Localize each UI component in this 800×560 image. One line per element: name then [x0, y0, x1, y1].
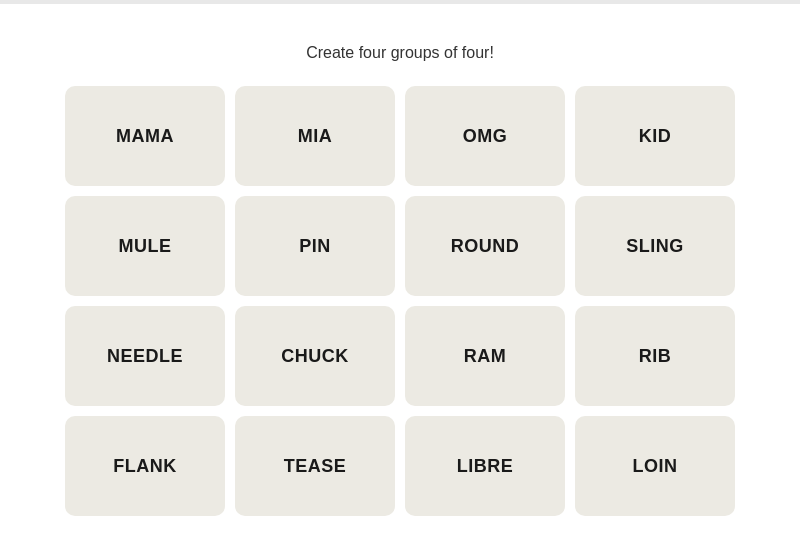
word-tile[interactable]: MULE — [65, 196, 225, 296]
word-tile[interactable]: SLING — [575, 196, 735, 296]
word-tile[interactable]: ROUND — [405, 196, 565, 296]
word-tile[interactable]: RIB — [575, 306, 735, 406]
word-tile[interactable]: TEASE — [235, 416, 395, 516]
subtitle-text: Create four groups of four! — [306, 44, 494, 62]
word-tile[interactable]: FLANK — [65, 416, 225, 516]
word-tile[interactable]: OMG — [405, 86, 565, 186]
word-grid: MAMAMIAOMGKIDMULEPINROUNDSLINGNEEDLECHUC… — [65, 86, 735, 516]
word-tile[interactable]: MAMA — [65, 86, 225, 186]
word-tile[interactable]: PIN — [235, 196, 395, 296]
word-tile[interactable]: RAM — [405, 306, 565, 406]
word-tile[interactable]: LIBRE — [405, 416, 565, 516]
word-tile[interactable]: CHUCK — [235, 306, 395, 406]
word-tile[interactable]: NEEDLE — [65, 306, 225, 406]
word-tile[interactable]: KID — [575, 86, 735, 186]
top-border — [0, 0, 800, 4]
word-tile[interactable]: LOIN — [575, 416, 735, 516]
word-tile[interactable]: MIA — [235, 86, 395, 186]
